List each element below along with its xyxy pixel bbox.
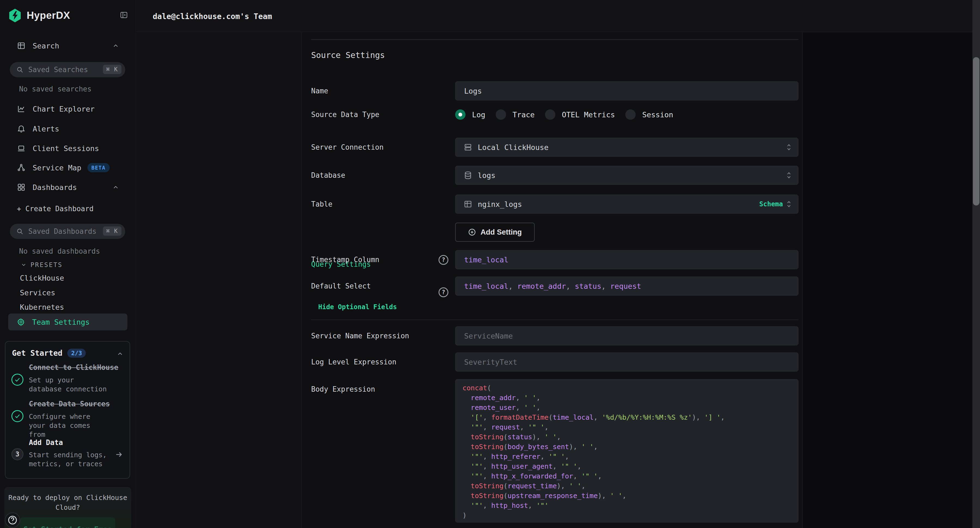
server-connection-value: Local ClickHouse <box>478 143 549 152</box>
radio-unselected-icon <box>625 110 636 120</box>
get-started-card: Get Started 2/3 Connect to ClickHouse Se… <box>5 341 130 479</box>
optional-divider <box>311 320 799 320</box>
sidebar-item-client-sessions[interactable]: Client Sessions <box>0 142 136 154</box>
section-divider <box>311 39 799 40</box>
name-input[interactable]: Logs <box>455 81 799 100</box>
no-saved-dashboards-text: No saved dashboards <box>19 247 100 255</box>
add-setting-button[interactable]: Add Setting <box>455 223 535 242</box>
arrow-right-icon[interactable] <box>115 450 123 459</box>
log-level-expression-label: Log Level Expression <box>311 358 396 366</box>
server-connection-select[interactable]: Local ClickHouse <box>455 138 799 157</box>
preset-clickhouse[interactable]: ClickHouse <box>20 274 64 282</box>
page-scrollbar[interactable] <box>972 0 980 528</box>
name-label: Name <box>311 87 328 95</box>
plus-circle-icon <box>468 228 476 236</box>
source-data-type-radios: Log Trace OTEL Metrics Session <box>455 110 684 120</box>
task-complete-icon <box>11 374 24 386</box>
name-value: Logs <box>464 87 482 95</box>
bell-icon <box>17 124 25 133</box>
database-select[interactable]: logs <box>455 166 799 185</box>
search-icon <box>16 66 24 73</box>
top-header: dale@clickhouse.com's Team <box>136 0 972 32</box>
presets-toggle[interactable]: PRESETS <box>21 261 63 268</box>
table-select[interactable]: nginx_logs Schema <box>455 195 799 214</box>
search-table-icon <box>17 41 25 50</box>
scrollbar-thumb[interactable] <box>973 57 980 205</box>
hide-optional-fields-link[interactable]: Hide Optional Fields <box>318 303 397 311</box>
sidebar-item-alerts[interactable]: Alerts <box>0 123 136 135</box>
saved-searches-input[interactable]: Saved Searches ⌘ K <box>10 62 125 77</box>
dashboards-grid-icon <box>17 183 25 192</box>
preset-kubernetes[interactable]: Kubernetes <box>20 303 64 311</box>
task-number-badge: 3 <box>11 448 24 460</box>
hyperdx-logo-icon <box>9 9 21 22</box>
task-title[interactable]: Create Data Sources <box>29 400 110 408</box>
radio-log[interactable]: Log <box>455 110 485 120</box>
task-title[interactable]: Connect to ClickHouse <box>29 363 118 372</box>
sidebar: HyperDX Search Saved Searches ⌘ K No sav… <box>0 0 136 528</box>
sidebar-item-label: Service Map <box>33 164 81 172</box>
log-level-expression-input[interactable]: SeverityText <box>455 353 799 372</box>
body-expression-label: Body Expression <box>311 385 375 393</box>
radio-unselected-icon <box>496 110 506 120</box>
body-expression-editor[interactable]: concat( remote_addr, ' ', remote_user, '… <box>455 379 799 523</box>
task-desc: Configure where your data comes from <box>29 412 108 439</box>
create-dashboard-button[interactable]: + Create Dashboard <box>17 205 94 213</box>
radio-trace[interactable]: Trace <box>496 110 535 120</box>
sidebar-item-label: Chart Explorer <box>33 105 95 113</box>
clickhouse-cloud-promo: Ready to deploy on ClickHouse Cloud? Get… <box>4 487 131 528</box>
radio-otel-metrics[interactable]: OTEL Metrics <box>545 110 615 120</box>
table-value: nginx_logs <box>478 200 522 208</box>
help-button[interactable] <box>5 512 20 528</box>
brand-name: HyperDX <box>27 10 70 21</box>
server-connection-label: Server Connection <box>311 143 383 151</box>
default-select-input[interactable]: time_local, remote_addr, status, request <box>455 277 799 296</box>
source-data-type-label: Source Data Type <box>311 110 379 119</box>
help-circle-icon[interactable]: ? <box>439 255 449 265</box>
get-started-progress-badge: 2/3 <box>67 349 86 358</box>
sidebar-item-search[interactable]: Search <box>0 40 136 52</box>
chevron-up-icon[interactable] <box>112 42 119 49</box>
radio-session[interactable]: Session <box>625 110 673 120</box>
sidebar-item-chart-explorer[interactable]: Chart Explorer <box>0 103 136 115</box>
saved-dashboards-shortcut: ⌘ K <box>103 226 121 236</box>
team-title: dale@clickhouse.com's Team <box>153 12 272 21</box>
sidebar-item-label: Dashboards <box>33 183 77 192</box>
task-desc: Set up your database connection <box>29 375 108 394</box>
log-level-placeholder: SeverityText <box>464 358 517 366</box>
database-label: Database <box>311 171 345 179</box>
service-map-icon <box>17 163 25 172</box>
default-select-label: Default Select <box>311 282 371 290</box>
timestamp-column-input[interactable]: time_local <box>455 250 799 269</box>
default-select-value: time_local, remote_addr, status, request <box>464 282 641 290</box>
service-name-placeholder: ServiceName <box>464 332 513 340</box>
page-title: Source Settings <box>311 50 385 60</box>
service-name-expression-input[interactable]: ServiceName <box>455 326 799 345</box>
get-started-free-button[interactable]: Get Started for Free <box>20 517 115 528</box>
saved-searches-shortcut: ⌘ K <box>103 65 121 74</box>
timestamp-column-value: time_local <box>464 256 509 264</box>
gear-icon <box>17 318 25 326</box>
schema-badge[interactable]: Schema <box>759 200 783 208</box>
beta-badge: BETA <box>88 163 110 172</box>
sidebar-item-label: Client Sessions <box>33 144 99 153</box>
saved-dashboards-input[interactable]: Saved Dashboards ⌘ K <box>10 224 125 239</box>
radio-selected-icon <box>455 110 466 120</box>
right-gutter <box>803 32 972 528</box>
sidebar-item-team-settings[interactable]: Team Settings <box>8 313 127 331</box>
chevron-up-icon[interactable] <box>112 184 119 191</box>
database-icon <box>464 171 472 180</box>
sidebar-item-service-map[interactable]: Service Map BETA <box>0 162 136 173</box>
sidebar-item-label: Team Settings <box>32 318 89 326</box>
laptop-icon <box>17 144 25 153</box>
sidebar-item-dashboards[interactable]: Dashboards <box>0 181 136 193</box>
sidebar-collapse-icon[interactable] <box>120 11 128 19</box>
brand-logo[interactable]: HyperDX <box>9 9 70 22</box>
chart-explorer-icon <box>17 105 25 113</box>
preset-services[interactable]: Services <box>20 288 55 297</box>
task-title[interactable]: Add Data <box>29 439 63 447</box>
chevron-up-icon[interactable] <box>116 350 124 357</box>
help-circle-icon[interactable]: ? <box>439 288 449 297</box>
promo-text: Ready to deploy on ClickHouse Cloud? <box>4 493 131 512</box>
table-label: Table <box>311 200 332 208</box>
